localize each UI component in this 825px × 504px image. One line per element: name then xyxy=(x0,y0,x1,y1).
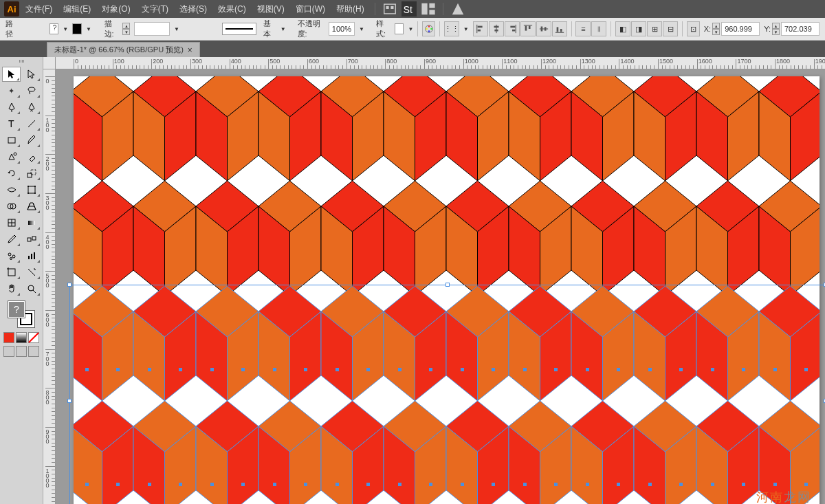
selection-mode-label: 路径 xyxy=(6,19,18,39)
line-tool[interactable] xyxy=(22,116,41,131)
color-mode-solid[interactable] xyxy=(3,332,14,343)
stock-icon[interactable]: St xyxy=(402,1,417,17)
slice-tool[interactable] xyxy=(22,265,41,280)
stroke-swatch[interactable] xyxy=(72,23,82,34)
menu-effect[interactable]: 效果(C) xyxy=(213,1,251,17)
draw-inside[interactable] xyxy=(28,346,39,357)
scale-tool[interactable] xyxy=(22,166,41,181)
x-input[interactable]: 960.999 xyxy=(721,22,760,36)
graph-tool[interactable] xyxy=(22,248,41,263)
svg-rect-28 xyxy=(556,27,558,32)
width-tool[interactable] xyxy=(2,182,21,197)
menu-type[interactable]: 文字(T) xyxy=(137,1,173,17)
y-stepper[interactable]: ▲▼ xyxy=(772,23,780,35)
menu-select[interactable]: 选择(S) xyxy=(175,1,212,17)
ruler-origin[interactable] xyxy=(43,57,56,69)
recolor-button[interactable] xyxy=(422,21,435,36)
main-area: ✦ T ? 0100200300400500600700800900100 xyxy=(0,57,825,504)
ruler-horizontal[interactable]: 0100200300400500600700800900100011001200… xyxy=(56,57,825,69)
dist-v-button[interactable]: ⫴ xyxy=(591,21,606,36)
svg-rect-22 xyxy=(525,26,527,31)
align-left-button[interactable] xyxy=(473,21,488,36)
type-tool[interactable]: T xyxy=(2,116,21,131)
shape-mode-4[interactable]: ⊟ xyxy=(663,21,678,36)
align-right-button[interactable] xyxy=(505,21,520,36)
style-swatch[interactable] xyxy=(395,23,404,34)
align-to-button[interactable]: ⋮⋮ xyxy=(444,21,459,36)
artboard[interactable]: 河南龙网 xyxy=(74,76,820,504)
svg-rect-37 xyxy=(28,186,35,193)
draw-normal[interactable] xyxy=(3,346,14,357)
align-top-button[interactable] xyxy=(520,21,536,36)
svg-point-59 xyxy=(28,285,34,291)
arrange-icon[interactable] xyxy=(421,1,436,17)
rectangle-tool[interactable] xyxy=(2,133,21,148)
eyedropper-tool[interactable] xyxy=(2,232,21,247)
svg-rect-29 xyxy=(560,29,562,32)
svg-point-34 xyxy=(14,153,16,155)
cube-pattern[interactable] xyxy=(74,76,820,504)
gradient-tool[interactable] xyxy=(22,215,41,230)
draw-behind[interactable] xyxy=(16,346,27,357)
stroke-label: 描边: xyxy=(104,19,119,39)
color-mode-none[interactable] xyxy=(28,332,39,343)
x-stepper[interactable]: ▲▼ xyxy=(712,23,720,35)
direct-selection-tool[interactable] xyxy=(22,67,41,82)
eraser-tool[interactable] xyxy=(22,149,41,164)
shape-mode-1[interactable]: ◧ xyxy=(615,21,630,36)
zoom-tool[interactable] xyxy=(22,281,41,296)
shape-builder-tool[interactable] xyxy=(2,199,21,214)
menu-help[interactable]: 帮助(H) xyxy=(331,1,369,17)
svg-rect-26 xyxy=(544,27,547,30)
hand-tool[interactable] xyxy=(2,281,21,296)
align-bottom-button[interactable] xyxy=(552,21,567,36)
menu-file[interactable]: 文件(F) xyxy=(21,1,57,17)
document-tab[interactable]: 未标题-1* @ 66.67% (RGB/GPU 预览) × xyxy=(47,42,200,57)
svg-rect-14 xyxy=(477,30,480,32)
fill-swatch[interactable]: ? xyxy=(50,23,59,34)
svg-rect-6 xyxy=(429,10,434,14)
mesh-tool[interactable] xyxy=(2,215,21,230)
menu-edit[interactable]: 编辑(E) xyxy=(58,1,96,17)
shape-mode-3[interactable]: ⊞ xyxy=(647,21,662,36)
fill-stroke-indicator[interactable]: ? xyxy=(8,300,35,328)
menu-window[interactable]: 窗口(W) xyxy=(291,1,330,17)
rotate-tool[interactable] xyxy=(2,166,21,181)
bridge-icon[interactable] xyxy=(382,1,397,17)
toolbox: ✦ T ? xyxy=(0,57,43,504)
canvas-area[interactable]: 0100200300400500600700800900100011001200… xyxy=(43,57,825,504)
curvature-tool[interactable] xyxy=(22,100,41,115)
brush-tool[interactable] xyxy=(22,133,41,148)
opacity-input[interactable]: 100% xyxy=(329,22,355,36)
close-tab-icon[interactable]: × xyxy=(188,45,192,55)
shape-mode-2[interactable]: ◨ xyxy=(631,21,646,36)
gpu-icon[interactable] xyxy=(450,1,465,17)
menu-object[interactable]: 对象(O) xyxy=(97,1,135,17)
perspective-tool[interactable] xyxy=(22,199,41,214)
lasso-tool[interactable] xyxy=(22,83,41,98)
svg-point-10 xyxy=(428,30,430,32)
magic-wand-tool[interactable]: ✦ xyxy=(2,83,21,98)
toolbox-grip[interactable] xyxy=(2,60,41,64)
svg-rect-17 xyxy=(494,30,498,32)
svg-point-38 xyxy=(28,186,29,187)
symbol-tool[interactable] xyxy=(2,248,21,263)
y-input[interactable]: 702.039 xyxy=(781,22,820,36)
stroke-width-input[interactable] xyxy=(134,22,170,36)
shaper-tool[interactable] xyxy=(2,149,21,164)
menu-view[interactable]: 视图(V) xyxy=(252,1,289,17)
selection-tool[interactable] xyxy=(2,67,21,82)
color-mode-gradient[interactable] xyxy=(16,332,27,343)
align-vcenter-button[interactable] xyxy=(536,21,551,36)
ruler-vertical[interactable]: 01002003004005006007008009001000 xyxy=(43,69,56,504)
blend-tool[interactable] xyxy=(22,232,41,247)
pen-tool[interactable] xyxy=(2,100,21,115)
dist-h-button[interactable]: ≡ xyxy=(575,21,591,36)
fill-color-box[interactable]: ? xyxy=(8,300,25,318)
stroke-profile[interactable] xyxy=(222,23,256,35)
transform-panel-button[interactable]: ⊡ xyxy=(687,21,700,36)
free-transform-tool[interactable] xyxy=(22,182,41,197)
artboard-tool[interactable] xyxy=(2,265,21,280)
align-hcenter-button[interactable] xyxy=(489,21,504,36)
stroke-stepper[interactable]: ▲▼ xyxy=(122,23,130,35)
